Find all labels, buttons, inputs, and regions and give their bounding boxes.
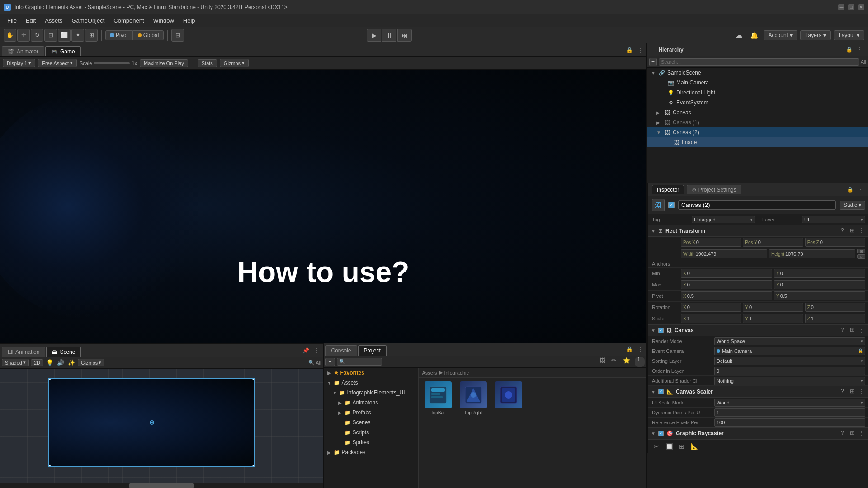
hier-item-samplescene[interactable]: ▼ 🔗 SampleScene bbox=[647, 68, 868, 78]
hier-item-canvas-2[interactable]: ▼ 🖼 Canvas (2) bbox=[647, 127, 868, 137]
shaded-dropdown[interactable]: Shaded ▾ bbox=[2, 359, 29, 366]
asset-topbar[interactable]: TopBar bbox=[422, 381, 454, 415]
proj-item-animatons[interactable]: ▶ 📁 Animatons bbox=[324, 398, 418, 408]
project-icon-3[interactable]: ⭐ bbox=[623, 357, 633, 367]
proj-item-scenes[interactable]: 📁 Scenes bbox=[324, 418, 418, 427]
pos-x-input[interactable]: Pos X 0 bbox=[681, 238, 741, 247]
pause-button[interactable]: ⏸ bbox=[382, 29, 396, 42]
maximize-on-play-button[interactable]: Maximize On Play bbox=[140, 59, 188, 67]
graphic-raycaster-header[interactable]: ▼ ✓ 🎯 Graphic Raycaster ? ⊞ ⋮ bbox=[648, 427, 868, 439]
scale-y-input[interactable]: Y 1 bbox=[743, 314, 803, 323]
cloud-button[interactable]: 🔔 bbox=[748, 29, 761, 42]
rect-transform-edit[interactable]: ⊞ bbox=[850, 227, 857, 235]
canvas-help-btn[interactable]: ? bbox=[841, 327, 848, 334]
scene-gizmos-dropdown[interactable]: Gizmos ▾ bbox=[78, 359, 104, 366]
canvas-scaler-header[interactable]: ▼ ✓ 📐 Canvas Scaler ? ⊞ ⋮ bbox=[648, 386, 868, 398]
scene-fx-button[interactable]: ✨ bbox=[67, 358, 76, 367]
tab-game[interactable]: 🎮 Game bbox=[45, 46, 81, 56]
2d-button[interactable]: 2D bbox=[31, 359, 43, 366]
insp-custom-icon-2[interactable]: 🔲 bbox=[665, 442, 674, 451]
project-add-button[interactable]: + bbox=[326, 358, 335, 366]
pivot-button[interactable]: Pivot bbox=[105, 30, 133, 40]
canvas-scaler-help[interactable]: ? bbox=[841, 388, 848, 395]
move-tool[interactable]: ✛ bbox=[17, 29, 30, 42]
menu-help[interactable]: Help bbox=[179, 16, 199, 25]
hier-item-canvas[interactable]: ▶ 🖼 Canvas bbox=[647, 108, 868, 117]
play-button[interactable]: ▶ bbox=[367, 29, 381, 42]
collab-button[interactable]: ☁ bbox=[733, 29, 745, 42]
step-button[interactable]: ⏭ bbox=[397, 29, 412, 42]
asset-topright[interactable]: TopRight bbox=[458, 381, 489, 415]
rect-transform-help[interactable]: ? bbox=[841, 227, 848, 235]
hierarchy-add-button[interactable]: + bbox=[649, 58, 657, 66]
hier-item-image[interactable]: 🖼 Image bbox=[647, 137, 868, 147]
object-name-field[interactable] bbox=[678, 200, 836, 210]
canvas-more-btn[interactable]: ⋮ bbox=[859, 327, 866, 334]
order-layer-input[interactable]: 0 bbox=[714, 367, 865, 375]
proj-item-packages[interactable]: ▶ 📁 Packages bbox=[324, 447, 418, 457]
scene-viewport[interactable] bbox=[0, 369, 323, 483]
tag-dropdown[interactable]: Untagged ▾ bbox=[692, 216, 755, 223]
tab-inspector[interactable]: Inspector bbox=[652, 185, 684, 194]
scale-x-input[interactable]: X 1 bbox=[681, 314, 741, 323]
layer-dropdown[interactable]: UI ▾ bbox=[802, 216, 865, 223]
proj-item-prefabs[interactable]: ▶ 📁 Prefabs bbox=[324, 408, 418, 418]
insp-custom-icon-1[interactable]: ✂ bbox=[652, 442, 661, 451]
scale-z-input[interactable]: Z 1 bbox=[805, 314, 865, 323]
ui-scale-mode-dropdown[interactable]: World ▾ bbox=[714, 399, 865, 407]
close-button[interactable]: ✕ bbox=[858, 4, 864, 10]
scene-audio-button[interactable]: 🔊 bbox=[56, 358, 65, 367]
inspector-lock-button[interactable]: 🔒 bbox=[845, 185, 854, 194]
canvas-edit-btn[interactable]: ⊞ bbox=[850, 327, 857, 334]
rot-y-input[interactable]: Y 0 bbox=[743, 303, 803, 312]
account-button[interactable]: Account ▾ bbox=[764, 30, 797, 40]
asset-bottom[interactable] bbox=[493, 381, 524, 415]
render-mode-dropdown[interactable]: World Space ▾ bbox=[714, 337, 865, 345]
max-y-input[interactable]: Y 0 bbox=[774, 280, 865, 289]
project-more-button[interactable]: ⋮ bbox=[636, 345, 645, 354]
scene-selected-object[interactable] bbox=[48, 378, 255, 467]
canvas-scaler-checkbox[interactable]: ✓ bbox=[658, 389, 664, 394]
canvas-section-header[interactable]: ▼ ✓ 🖼 Canvas ? ⊞ ⋮ bbox=[648, 324, 868, 336]
gizmos-dropdown[interactable]: Gizmos ▾ bbox=[220, 59, 249, 67]
min-x-input[interactable]: X 0 bbox=[681, 269, 772, 278]
anchor-button[interactable]: ⊞ bbox=[857, 249, 865, 253]
tab-project[interactable]: Project bbox=[358, 345, 387, 356]
tab-console[interactable]: Console bbox=[326, 345, 357, 356]
menu-assets[interactable]: Assets bbox=[41, 16, 66, 25]
custom-tool[interactable]: ⊞ bbox=[85, 29, 98, 42]
hierarchy-lock-button[interactable]: 🔒 bbox=[844, 45, 854, 54]
insp-custom-icon-4[interactable]: 📐 bbox=[690, 442, 699, 451]
menu-gameobject[interactable]: GameObject bbox=[68, 16, 108, 25]
scene-light-button[interactable]: 💡 bbox=[45, 358, 54, 367]
hier-item-eventsystem[interactable]: ⚙ EventSystem bbox=[647, 98, 868, 108]
favorites-header[interactable]: ▶ ★ Favorites bbox=[324, 368, 418, 378]
event-camera-field[interactable]: Main Camera 🔒 bbox=[714, 347, 865, 355]
snap-tool[interactable]: ⊟ bbox=[171, 29, 184, 42]
pivot-y-input[interactable]: Y 0.5 bbox=[774, 291, 865, 300]
hier-item-dir-light[interactable]: 💡 Directional Light bbox=[647, 88, 868, 98]
project-search-input[interactable]: 🔍 bbox=[337, 358, 382, 366]
scene-more-button[interactable]: ⋮ bbox=[312, 346, 321, 355]
graphic-raycaster-edit[interactable]: ⊞ bbox=[850, 430, 857, 437]
tab-animation[interactable]: 🎞 Animation bbox=[2, 347, 45, 357]
handle-bottom-right[interactable] bbox=[252, 465, 255, 467]
handle-center[interactable] bbox=[150, 420, 154, 425]
menu-window[interactable]: Window bbox=[150, 16, 178, 25]
height-input[interactable]: Height 1070.70 bbox=[769, 249, 855, 258]
tab-animator[interactable]: 🎬 Animator bbox=[2, 46, 44, 56]
hier-item-main-camera[interactable]: 📷 Main Camera bbox=[647, 78, 868, 88]
object-active-checkbox[interactable]: ✓ bbox=[668, 202, 675, 208]
stats-button[interactable]: Stats bbox=[198, 59, 217, 67]
maximize-button[interactable]: □ bbox=[848, 4, 854, 10]
transform-tool[interactable]: ✦ bbox=[71, 29, 84, 42]
aspect-dropdown[interactable]: Free Aspect ▾ bbox=[38, 59, 77, 67]
minimize-button[interactable]: — bbox=[838, 4, 844, 10]
max-x-input[interactable]: X 0 bbox=[681, 280, 772, 289]
hierarchy-search-input[interactable] bbox=[659, 58, 859, 66]
menu-edit[interactable]: Edit bbox=[22, 16, 39, 25]
tab-scene[interactable]: 🏔 Scene bbox=[46, 347, 81, 357]
scene-pin-button[interactable]: 📌 bbox=[302, 346, 311, 355]
menu-component[interactable]: Component bbox=[110, 16, 147, 25]
rect-transform-more[interactable]: ⋮ bbox=[859, 227, 866, 235]
